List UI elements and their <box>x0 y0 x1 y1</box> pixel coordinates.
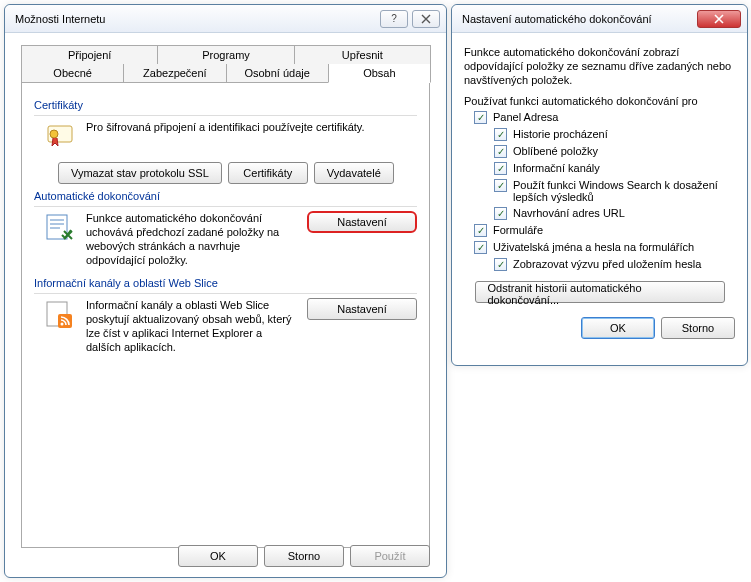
close-button[interactable] <box>697 10 741 28</box>
autocomplete-desc: Funkce automatického dokončování uchováv… <box>86 211 297 267</box>
checkbox-history[interactable]: ✓ <box>494 128 507 141</box>
tabs: Připojení Programy Upřesnit Obecné Zabez… <box>21 45 430 548</box>
tab-programs[interactable]: Programy <box>157 45 294 64</box>
close-icon <box>421 14 431 24</box>
checkbox-favorites[interactable]: ✓ <box>494 145 507 158</box>
cancel-button[interactable]: Storno <box>661 317 735 339</box>
feeds-icon <box>44 298 76 330</box>
checkbox-favorites-label: Oblíbené položky <box>513 145 598 157</box>
titlebar[interactable]: Možnosti Internetu ? <box>5 5 446 33</box>
checkbox-userpass-label: Uživatelská jména a hesla na formulářích <box>493 241 694 253</box>
feeds-label: Informační kanály a oblastí Web Slice <box>34 277 417 289</box>
checkbox-forms[interactable]: ✓ <box>474 224 487 237</box>
autocomplete-icon <box>44 211 76 243</box>
divider <box>34 293 417 294</box>
tab-privacy[interactable]: Osobní údaje <box>226 64 329 83</box>
close-button[interactable] <box>412 10 440 28</box>
tab-content[interactable]: Obsah <box>328 64 431 83</box>
dialog-title: Možnosti Internetu <box>15 13 376 25</box>
internet-options-dialog: Možnosti Internetu ? Připojení Programy … <box>4 4 447 578</box>
titlebar[interactable]: Nastavení automatického dokončování <box>452 5 747 33</box>
clear-ssl-button[interactable]: Vymazat stav protokolu SSL <box>58 162 222 184</box>
ok-button[interactable]: OK <box>178 545 258 567</box>
feeds-settings-button[interactable]: Nastavení <box>307 298 417 320</box>
divider <box>34 206 417 207</box>
dialog-title: Nastavení automatického dokončování <box>462 13 693 25</box>
checkbox-suggest-url[interactable]: ✓ <box>494 207 507 220</box>
certificates-desc: Pro šifrovaná připojení a identifikaci p… <box>86 120 417 134</box>
checkbox-addressbar-label: Panel Adresa <box>493 111 558 123</box>
checkbox-forms-label: Formuláře <box>493 224 543 236</box>
autocomplete-label: Automatické dokončování <box>34 190 417 202</box>
autocomplete-dialog-desc: Funkce automatického dokončování zobrazí… <box>464 45 735 87</box>
tab-advanced[interactable]: Upřesnit <box>294 45 431 64</box>
svg-point-5 <box>61 323 64 326</box>
help-button[interactable]: ? <box>380 10 408 28</box>
ok-button[interactable]: OK <box>581 317 655 339</box>
apply-button[interactable]: Použít <box>350 545 430 567</box>
autocomplete-settings-dialog: Nastavení automatického dokončování Funk… <box>451 4 748 366</box>
divider <box>34 115 417 116</box>
checkbox-addressbar[interactable]: ✓ <box>474 111 487 124</box>
checkbox-feeds-label: Informační kanály <box>513 162 600 174</box>
certificates-button[interactable]: Certifikáty <box>228 162 308 184</box>
tab-content-panel: Certifikáty Pro šifrovaná připojení a id… <box>21 82 430 548</box>
checkbox-feeds[interactable]: ✓ <box>494 162 507 175</box>
checkbox-userpass[interactable]: ✓ <box>474 241 487 254</box>
cancel-button[interactable]: Storno <box>264 545 344 567</box>
publishers-button[interactable]: Vydavatelé <box>314 162 394 184</box>
remove-history-button[interactable]: Odstranit historii automatického dokončo… <box>475 281 725 303</box>
certificate-icon <box>44 120 76 152</box>
checkbox-prompt-save-label: Zobrazovat výzvu před uložením hesla <box>513 258 701 270</box>
close-icon <box>714 14 724 24</box>
checkbox-history-label: Historie procházení <box>513 128 608 140</box>
use-autocomplete-for-label: Používat funkci automatického dokončován… <box>464 95 735 107</box>
checkbox-suggest-url-label: Navrhování adres URL <box>513 207 625 219</box>
certificates-label: Certifikáty <box>34 99 417 111</box>
tab-general[interactable]: Obecné <box>21 64 124 83</box>
svg-point-1 <box>50 130 58 138</box>
feeds-desc: Informační kanály a oblasti Web Slice po… <box>86 298 297 354</box>
svg-rect-2 <box>47 215 67 239</box>
tab-connections[interactable]: Připojení <box>21 45 158 64</box>
checkbox-winsearch[interactable]: ✓ <box>494 179 507 192</box>
checkbox-winsearch-label: Použít funkci Windows Search k dosažení … <box>513 179 735 203</box>
checkbox-prompt-save[interactable]: ✓ <box>494 258 507 271</box>
autocomplete-settings-button[interactable]: Nastavení <box>307 211 417 233</box>
tab-security[interactable]: Zabezpečení <box>123 64 226 83</box>
